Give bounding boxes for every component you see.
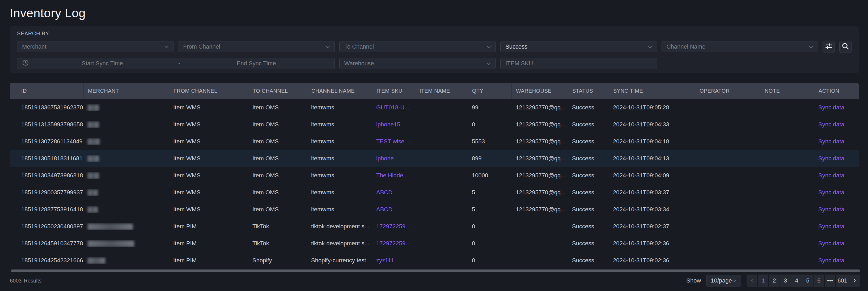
- item-sku-link[interactable]: iphone: [376, 155, 394, 162]
- cell-merchant: [84, 172, 169, 179]
- sync-data-link[interactable]: Sync data: [818, 121, 844, 128]
- cell-from-channel: Item PIM: [169, 257, 248, 264]
- pager-page-3[interactable]: 3: [780, 274, 791, 287]
- pager-page-5[interactable]: 5: [802, 274, 813, 287]
- cell-action: Sync data: [814, 206, 859, 213]
- cell-item-sku: ABCD: [372, 206, 415, 213]
- pager-page-2[interactable]: 2: [769, 274, 779, 287]
- search-button[interactable]: [839, 41, 851, 53]
- table-row[interactable]: 1851912900357799937 Item WMS Item OMS it…: [10, 184, 859, 201]
- page-size-value: 10/page: [711, 277, 732, 284]
- cell-sync-time: 2024-10-31T09:04:13: [609, 155, 695, 162]
- results-label: Results: [24, 278, 42, 284]
- cell-from-channel: Item PIM: [169, 223, 248, 230]
- from-channel-select[interactable]: From Channel: [178, 41, 335, 52]
- sync-data-link[interactable]: Sync data: [818, 223, 844, 230]
- cell-from-channel: Item WMS: [169, 138, 248, 145]
- table-row[interactable]: 1851912645910347778 Item PIM TikTok tikt…: [10, 235, 859, 252]
- table-row[interactable]: 1851913072861134849 Item WMS Item OMS it…: [10, 133, 859, 150]
- cell-id: 1851913135993798658: [10, 121, 84, 128]
- table-row[interactable]: 1851912887753916418 Item WMS Item OMS it…: [10, 201, 859, 218]
- item-sku-link[interactable]: 172972259...: [376, 223, 410, 230]
- pager-next-icon[interactable]: ›: [849, 274, 860, 287]
- from-channel-placeholder: From Channel: [183, 43, 220, 50]
- sync-data-link[interactable]: Sync data: [818, 240, 844, 247]
- to-channel-select[interactable]: To Channel: [339, 41, 496, 52]
- item-sku-link[interactable]: The Hidde...: [376, 172, 408, 179]
- page-size-select[interactable]: 10/page: [706, 275, 741, 287]
- cell-channel-name: itemwms: [307, 104, 372, 111]
- sync-data-link[interactable]: Sync data: [818, 155, 844, 162]
- item-sku-link[interactable]: 172972259...: [376, 240, 410, 247]
- cell-warehouse: 1213295770@qq...: [512, 172, 568, 179]
- horizontal-scrollbar[interactable]: [11, 269, 860, 272]
- cell-qty: 5553: [468, 138, 512, 145]
- cell-action: Sync data: [814, 104, 859, 111]
- item-sku-link[interactable]: zyz111: [376, 257, 394, 264]
- sync-data-link[interactable]: Sync data: [818, 189, 844, 196]
- pager-prev-icon[interactable]: ‹: [747, 274, 757, 287]
- column-header: ITEM NAME: [415, 83, 468, 99]
- channel-name-select[interactable]: Channel Name: [661, 41, 818, 52]
- cell-qty: 5: [468, 206, 512, 213]
- column-header: TO CHANNEL: [248, 83, 307, 99]
- cell-id: 1851913034973986818: [10, 172, 84, 179]
- cell-status: Success: [568, 206, 609, 213]
- cell-sync-time: 2024-10-31T09:02:36: [609, 257, 695, 264]
- item-sku-link[interactable]: TEST wise ...: [376, 138, 411, 145]
- cell-channel-name: Shopify-currency test: [307, 257, 372, 264]
- table-row[interactable]: 1851913051818311681 Item WMS Item OMS it…: [10, 150, 859, 167]
- sync-data-link[interactable]: Sync data: [818, 172, 844, 179]
- table-body: 1851913367531962370 Item WMS Item OMS it…: [10, 99, 859, 269]
- pagination-bar: Show 10/page ‹123456•••601›: [686, 274, 860, 287]
- cell-qty: 5: [468, 189, 512, 196]
- cell-warehouse: 1213295770@qq...: [512, 138, 568, 145]
- table-row[interactable]: 1851913135993798658 Item WMS Item OMS it…: [10, 116, 859, 133]
- redacted-merchant: [88, 206, 98, 213]
- sync-time-range-picker[interactable]: Start Sync Time - End Sync Time: [17, 58, 335, 69]
- cell-to-channel: TikTok: [248, 223, 307, 230]
- item-sku-field[interactable]: [500, 58, 657, 69]
- item-sku-link[interactable]: GUT018-U...: [376, 104, 409, 111]
- cell-from-channel: Item WMS: [169, 104, 248, 111]
- table-row[interactable]: 1851913034973986818 Item WMS Item OMS it…: [10, 167, 859, 184]
- cell-status: Success: [568, 138, 609, 145]
- cell-action: Sync data: [814, 138, 859, 145]
- table-row[interactable]: 1851913367531962370 Item WMS Item OMS it…: [10, 99, 859, 116]
- warehouse-select[interactable]: Warehouse: [339, 58, 496, 69]
- pager-page-4[interactable]: 4: [791, 274, 802, 287]
- cell-from-channel: Item PIM: [169, 240, 248, 247]
- column-header: NOTE: [760, 83, 814, 99]
- pager-page-6[interactable]: 6: [813, 274, 824, 287]
- advanced-filter-button[interactable]: [823, 41, 835, 53]
- sync-data-link[interactable]: Sync data: [818, 138, 844, 145]
- item-sku-link[interactable]: ABCD: [376, 206, 393, 213]
- cell-item-sku: iphone: [372, 155, 415, 162]
- cell-id: 1851913051818311681: [10, 155, 84, 162]
- sync-data-link[interactable]: Sync data: [818, 206, 844, 213]
- item-sku-input[interactable]: [505, 58, 652, 69]
- cell-status: Success: [568, 121, 609, 128]
- table-row[interactable]: 1851912642542321666 Item PIM Shopify Sho…: [10, 252, 859, 269]
- cell-sync-time: 2024-10-31T09:05:28: [609, 104, 695, 111]
- status-select[interactable]: Success: [500, 41, 657, 52]
- inventory-log-table: IDMERCHANTFROM CHANNELTO CHANNELCHANNEL …: [10, 83, 859, 269]
- item-sku-link[interactable]: iphone15: [376, 121, 400, 128]
- item-sku-link[interactable]: ABCD: [376, 189, 393, 196]
- table-row[interactable]: 1851912650230480897 Item PIM TikTok tikt…: [10, 218, 859, 235]
- cell-item-sku: TEST wise ...: [372, 138, 415, 145]
- cell-qty: 0: [468, 121, 512, 128]
- pager-page-1[interactable]: 1: [758, 274, 768, 287]
- cell-warehouse: 1213295770@qq...: [512, 206, 568, 213]
- merchant-select[interactable]: Merchant: [17, 41, 174, 52]
- pager-ellipsis[interactable]: •••: [825, 274, 835, 287]
- cell-from-channel: Item WMS: [169, 172, 248, 179]
- sync-data-link[interactable]: Sync data: [818, 257, 844, 264]
- page-title: Inventory Log: [10, 6, 86, 20]
- sync-data-link[interactable]: Sync data: [818, 104, 844, 111]
- cell-id: 1851912887753916418: [10, 206, 84, 213]
- cell-qty: 0: [468, 240, 512, 247]
- pager-page-601[interactable]: 601: [836, 274, 849, 287]
- cell-channel-name: itemwms: [307, 206, 372, 213]
- chevron-down-icon: [809, 44, 813, 48]
